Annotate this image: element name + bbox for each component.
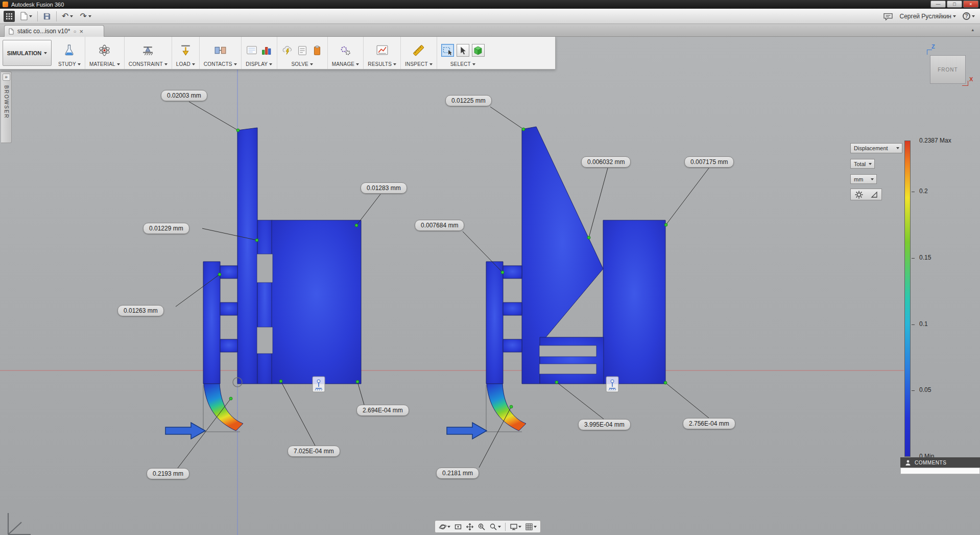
- document-tab-label: static co...ison v10*: [17, 28, 70, 35]
- ribbon-group-contacts[interactable]: CONTACTS: [200, 37, 242, 69]
- manage-icon[interactable]: [339, 43, 352, 57]
- save-button[interactable]: [41, 11, 53, 21]
- displacement-callout[interactable]: 2.694E-04 mm: [356, 405, 409, 416]
- user-account-button[interactable]: Сергей Русляйкин: [898, 12, 958, 21]
- legend-tick-mark: [912, 324, 915, 325]
- inspect-icon[interactable]: [412, 43, 425, 57]
- load-icon[interactable]: [179, 43, 193, 57]
- zoom-window-button[interactable]: [476, 522, 487, 531]
- legend-component-select[interactable]: Total: [850, 159, 875, 169]
- constraint-marker-left[interactable]: [313, 377, 325, 392]
- displacement-callout[interactable]: 0.01225 mm: [445, 95, 492, 106]
- zoom-button[interactable]: [488, 522, 502, 531]
- solid-cube-select-icon: [473, 45, 483, 56]
- apps-grid-icon: [6, 13, 12, 19]
- displacement-callout[interactable]: 0.2181 mm: [436, 468, 479, 479]
- displacement-callout[interactable]: 0.02003 mm: [161, 90, 207, 101]
- ribbon-group-study[interactable]: STUDY: [54, 37, 85, 69]
- viewcube[interactable]: FRONT: [930, 55, 966, 84]
- job-status-icon[interactable]: ○: [73, 29, 76, 34]
- study-icon[interactable]: [62, 43, 76, 57]
- ribbon-group-load[interactable]: LOAD: [172, 37, 200, 69]
- ribbon-group-solve[interactable]: SOLVE: [277, 37, 328, 69]
- navigation-bar: [435, 520, 541, 533]
- chevron-down-icon: [896, 147, 899, 149]
- select-cursor-tool[interactable]: [457, 44, 469, 57]
- chevron-down-icon: [953, 15, 956, 17]
- display-panel-icon[interactable]: [246, 44, 258, 57]
- displacement-callout[interactable]: 0.007175 mm: [684, 156, 734, 168]
- navbar-divider: [505, 523, 506, 531]
- window-maximize-button[interactable]: □: [947, 1, 962, 8]
- displacement-callout[interactable]: 0.01263 mm: [117, 305, 164, 316]
- document-tab[interactable]: static co...ison v10* ○ ×: [4, 25, 104, 37]
- workspace-switcher[interactable]: SIMULATION: [3, 40, 52, 66]
- solve-job-icon[interactable]: [311, 44, 323, 57]
- window-minimize-button[interactable]: —: [930, 1, 946, 8]
- contacts-icon[interactable]: [213, 43, 227, 57]
- legend-result-select[interactable]: Displacement: [850, 143, 902, 153]
- displacement-callout[interactable]: 0.007684 mm: [415, 220, 464, 231]
- chevron-down-icon: [88, 15, 91, 17]
- axis-z-label: Z: [931, 43, 935, 50]
- ribbon-group-select[interactable]: SELECT: [437, 37, 489, 69]
- toolbar-collapse-icon[interactable]: ▴: [971, 27, 974, 32]
- legend-unit-select[interactable]: mm: [850, 174, 877, 184]
- legend-max-label: 0.2387 Max: [919, 137, 951, 144]
- ribbon-group-label: LOAD: [176, 61, 190, 67]
- constraint-marker-right[interactable]: [606, 377, 618, 392]
- ribbon-group-constraint[interactable]: CONSTRAINT: [125, 37, 172, 69]
- app-grid-button[interactable]: [4, 11, 15, 22]
- select-window-tool[interactable]: [441, 44, 454, 57]
- ribbon-group-inspect[interactable]: INSPECT: [401, 37, 437, 69]
- displacement-callout[interactable]: 2.756E-04 mm: [683, 418, 735, 429]
- chevron-down-icon: [192, 63, 195, 65]
- help-button[interactable]: ?: [961, 11, 976, 21]
- fusion-app-icon: [3, 2, 8, 7]
- ribbon-group-results[interactable]: RESULTS: [364, 37, 401, 69]
- displacement-callout[interactable]: 0.01283 mm: [361, 182, 407, 194]
- legend-tools: [850, 189, 882, 200]
- file-menu-button[interactable]: [18, 11, 34, 21]
- ribbon-group-manage[interactable]: MANAGE: [328, 37, 364, 69]
- chevron-down-icon: [29, 15, 32, 17]
- solve-details-icon[interactable]: [296, 44, 308, 57]
- tab-close-icon[interactable]: ×: [79, 28, 83, 35]
- displacement-callout[interactable]: 0.2193 mm: [147, 468, 189, 479]
- ribbon-toolbar: SIMULATION STUDY MATERIAL: [0, 37, 556, 69]
- displacement-callout[interactable]: 0.01229 mm: [143, 223, 189, 234]
- toolbar-divider: [56, 11, 57, 21]
- displacement-callout[interactable]: 7.025E-04 mm: [288, 446, 340, 457]
- undo-icon: ↶: [62, 12, 68, 20]
- solve-cloud-icon[interactable]: [281, 44, 294, 57]
- comments-label: COMMENTS: [915, 460, 946, 466]
- browser-expand-button[interactable]: »: [3, 74, 10, 81]
- job-status-button[interactable]: [881, 11, 895, 21]
- comments-input[interactable]: [900, 468, 980, 474]
- chevron-down-icon: [234, 63, 237, 65]
- pan-button[interactable]: [465, 522, 475, 531]
- display-bars-icon[interactable]: [260, 44, 273, 57]
- chevron-down-icon: [310, 63, 313, 65]
- constraint-icon[interactable]: [141, 43, 155, 57]
- grid-settings-button[interactable]: [524, 522, 538, 531]
- ribbon-group-display[interactable]: DISPLAY: [242, 37, 277, 69]
- workspace-label: SIMULATION: [7, 50, 42, 56]
- undo-button[interactable]: ↶: [60, 11, 75, 21]
- select-solid-tool[interactable]: [472, 44, 485, 57]
- orbit-button[interactable]: [438, 522, 451, 531]
- comments-bar[interactable]: COMMENTS: [900, 457, 980, 468]
- legend-flip-icon[interactable]: [870, 191, 878, 199]
- look-at-button[interactable]: [453, 522, 463, 531]
- displacement-callout[interactable]: 3.995E-04 mm: [578, 419, 631, 430]
- chevron-down-icon: [70, 15, 73, 17]
- material-icon[interactable]: [98, 43, 111, 57]
- redo-button[interactable]: ↷: [78, 11, 92, 21]
- window-title-bar[interactable]: Autodesk Fusion 360 — □ ×: [0, 0, 980, 9]
- ribbon-group-material[interactable]: MATERIAL: [85, 37, 125, 69]
- displacement-callout[interactable]: 0.006032 mm: [581, 156, 631, 168]
- legend-settings-gear-icon[interactable]: [854, 190, 864, 199]
- window-close-button[interactable]: ×: [963, 1, 978, 8]
- display-settings-button[interactable]: [509, 522, 522, 531]
- results-icon[interactable]: [375, 43, 389, 57]
